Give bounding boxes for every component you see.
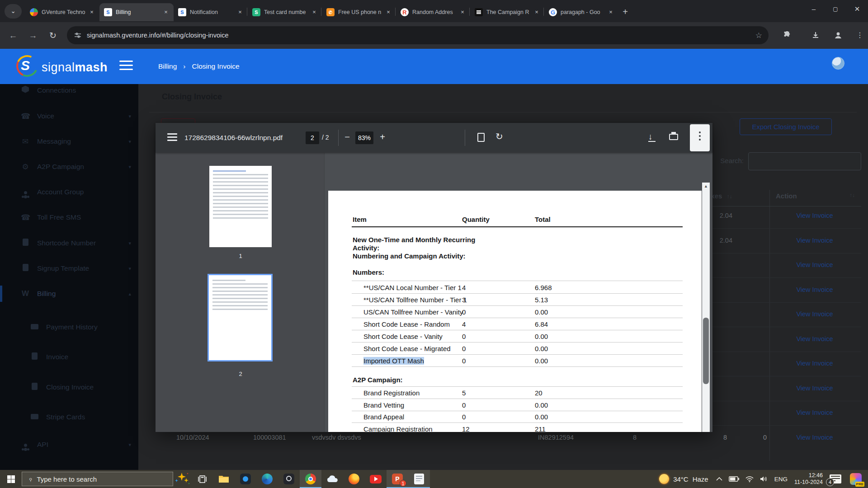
back-icon[interactable]: ← — [5, 28, 21, 43]
pdf-download-icon[interactable]: ↓ — [648, 132, 656, 142]
wifi-icon[interactable] — [742, 470, 757, 488]
pdf-thumbnail-page-1[interactable] — [209, 166, 272, 247]
sort-icon[interactable]: ↑↓ — [726, 193, 732, 200]
url-text[interactable]: signalmash.gventure.info/#/billing/closi… — [87, 32, 755, 39]
sidebar-item-stripe-cards[interactable]: Stripe Cards — [0, 407, 138, 427]
view-invoice-link[interactable]: View Invoice — [769, 212, 860, 219]
sidebar-item-api[interactable]: API▾ — [0, 435, 138, 455]
sidebar-item-payment-history[interactable]: Payment History — [0, 317, 138, 337]
onedrive-icon[interactable] — [321, 470, 343, 488]
volume-icon[interactable] — [757, 470, 771, 488]
site-settings-icon[interactable] — [74, 32, 81, 39]
pdf-menu-hamburger-icon[interactable] — [167, 133, 177, 143]
dev-app-icon[interactable] — [235, 470, 256, 488]
sidebar-item-connections[interactable]: Connections — [0, 80, 138, 100]
language-indicator[interactable]: ENG — [771, 470, 791, 488]
weather-widget[interactable]: 34°C Haze — [655, 474, 713, 484]
sidebar-item-a2p-campaign[interactable]: ⚙A2P Campaign▾ — [0, 157, 138, 177]
start-button[interactable] — [0, 470, 22, 488]
firefox-icon[interactable] — [343, 470, 365, 488]
view-invoice-link[interactable]: View Invoice — [769, 335, 860, 343]
sidebar-item-closing-invoice[interactable]: Closing Invoice — [0, 377, 138, 397]
tab-close-icon[interactable]: × — [236, 8, 244, 16]
pdf-zoom-level[interactable]: 83% — [355, 131, 373, 144]
sidebar-item-account-group[interactable]: Account Group — [0, 182, 138, 202]
taskbar-search-box[interactable]: ⌕ Type here to search — [22, 472, 173, 486]
pdf-thumbnail-page-2[interactable] — [208, 274, 273, 361]
edge-icon[interactable] — [256, 470, 278, 488]
scroll-up-arrow-icon[interactable]: ▲ — [702, 183, 710, 190]
tab-paragaph-goo[interactable]: Gparagaph - Goo× — [544, 3, 618, 21]
rotate-icon[interactable]: ↻ — [495, 131, 503, 142]
forward-icon[interactable]: → — [25, 28, 41, 43]
tab-test-card-numbe[interactable]: STest card numbe× — [248, 3, 322, 21]
new-tab-button[interactable]: + — [618, 5, 632, 19]
view-invoice-link[interactable]: View Invoice — [769, 237, 860, 244]
export-closing-invoice-button[interactable]: Export Closing Invoice — [740, 118, 832, 135]
view-invoice-link[interactable]: View Invoice — [769, 286, 860, 293]
search-input[interactable] — [748, 152, 861, 170]
extensions-icon[interactable] — [780, 28, 794, 42]
view-invoice-link[interactable]: View Invoice — [769, 434, 860, 441]
camera-app-icon[interactable] — [278, 470, 300, 488]
pdf-scrollbar[interactable]: ▲ ▼ — [702, 183, 710, 432]
notes-app-icon[interactable] — [408, 470, 430, 488]
minimize-button[interactable]: – — [803, 0, 825, 18]
sidebar-item-toll-free-sms[interactable]: ☎Toll Free SMS — [0, 207, 138, 227]
tab-the-campaign-r[interactable]: The Campaign R× — [470, 3, 544, 21]
tab-close-icon[interactable]: × — [607, 8, 615, 16]
tab-close-icon[interactable]: × — [310, 8, 318, 16]
pdf-more-options-kebab-icon[interactable] — [690, 124, 710, 151]
tab-random-addres[interactable]: RRandom Addres× — [396, 3, 470, 21]
profile-icon[interactable] — [831, 28, 845, 42]
sidebar-item-signup-template[interactable]: Signup Template▾ — [0, 258, 138, 278]
sidebar-item-shortcode-number[interactable]: Shortcode Number▾ — [0, 233, 138, 253]
tab-close-icon[interactable]: × — [458, 8, 467, 16]
battery-icon[interactable] — [726, 470, 742, 488]
sidebar-item-messaging[interactable]: ✉Messaging▾ — [0, 131, 138, 151]
view-invoice-link[interactable]: View Invoice — [769, 385, 860, 392]
powerpoint-icon[interactable]: P1 — [387, 470, 408, 488]
fit-to-page-icon[interactable] — [477, 133, 485, 142]
tab-billing[interactable]: SBilling× — [99, 3, 174, 21]
tab-gventure-techno[interactable]: GVenture Techno× — [25, 3, 99, 21]
sidebar-item-voice[interactable]: ☎Voice▾ — [0, 106, 138, 126]
tab-close-icon[interactable]: × — [384, 8, 392, 16]
downloads-icon[interactable] — [808, 28, 823, 42]
copilot-taskbar-icon[interactable]: PRE — [847, 470, 868, 488]
pdf-scrollbar-thumb[interactable] — [703, 318, 709, 384]
sort-icon[interactable]: ↑↓ — [849, 192, 855, 198]
column-header-action[interactable]: Action↑↓ — [776, 192, 855, 200]
view-invoice-link[interactable]: View Invoice — [769, 310, 860, 318]
tab-close-icon[interactable]: × — [533, 8, 541, 16]
maximize-button[interactable]: ▢ — [825, 0, 846, 18]
tab-close-icon[interactable]: × — [162, 8, 170, 16]
bookmark-star-icon[interactable]: ☆ — [755, 31, 762, 40]
task-view-button[interactable] — [191, 470, 213, 488]
youtube-icon[interactable] — [365, 470, 387, 488]
close-button[interactable]: ✕ — [846, 0, 868, 18]
file-explorer-icon[interactable] — [213, 470, 235, 488]
address-bar[interactable]: signalmash.gventure.info/#/billing/closi… — [67, 26, 769, 44]
zoom-out-icon[interactable]: − — [342, 132, 353, 142]
notification-center-icon[interactable]: 4 — [826, 470, 847, 488]
copilot-sparkle-icon[interactable] — [173, 470, 191, 488]
zoom-in-icon[interactable]: + — [377, 132, 388, 142]
tab-search-button[interactable]: ⌄ — [5, 4, 22, 19]
view-invoice-link[interactable]: View Invoice — [769, 409, 860, 416]
chrome-icon[interactable] — [300, 470, 321, 488]
taskbar-clock[interactable]: 12:46 11-10-2024 — [791, 472, 826, 486]
view-invoice-link[interactable]: View Invoice — [769, 261, 860, 268]
sidebar-item-billing[interactable]: WBilling▴ — [0, 284, 138, 304]
view-invoice-link[interactable]: View Invoice — [769, 360, 860, 367]
pdf-page-input[interactable]: 2 — [306, 131, 319, 144]
breadcrumb-parent[interactable]: Billing — [158, 62, 177, 70]
sidebar-item-invoice[interactable]: Invoice — [0, 347, 138, 367]
sidebar-toggle-hamburger-icon[interactable] — [119, 61, 133, 73]
pdf-print-icon[interactable] — [669, 134, 678, 140]
browser-menu-kebab-icon[interactable]: ⋮ — [853, 28, 867, 42]
user-avatar[interactable] — [832, 57, 844, 70]
reload-icon[interactable]: ↻ — [45, 28, 61, 43]
tab-close-icon[interactable]: × — [88, 8, 96, 16]
tab-notification[interactable]: SNotification× — [174, 3, 248, 21]
